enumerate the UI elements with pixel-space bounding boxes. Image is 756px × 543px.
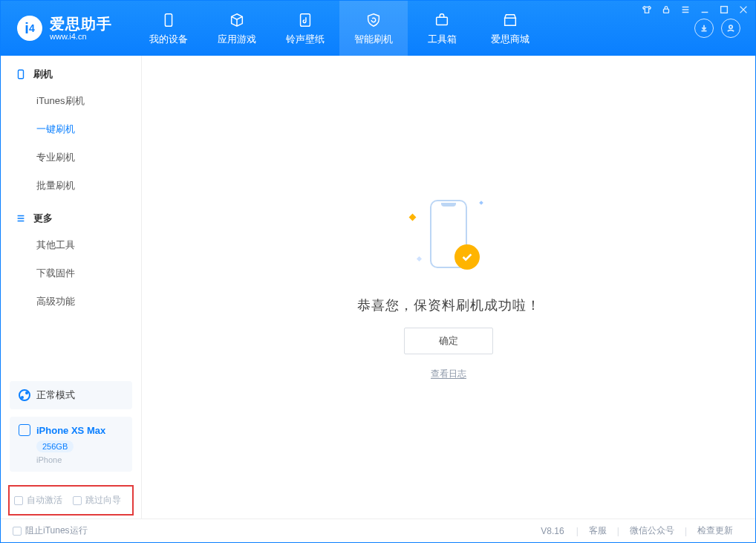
tab-smart-flash[interactable]: 智能刷机: [339, 1, 408, 56]
app-window: i4 爱思助手 www.i4.cn 我的设备 应用游戏 铃声壁纸 智能刷机: [0, 0, 756, 543]
cube-icon: [228, 11, 246, 29]
checkbox-icon: [13, 527, 22, 536]
mode-icon: [19, 389, 30, 401]
section-label: 更多: [33, 212, 53, 225]
sidebar-item-download-firmware[interactable]: 下载固件: [1, 259, 141, 287]
sidebar-item-advanced[interactable]: 高级功能: [1, 287, 141, 316]
device-capacity: 256GB: [36, 440, 74, 452]
sidebar-item-itunes-flash[interactable]: iTunes刷机: [1, 87, 141, 115]
minimize-icon[interactable]: [699, 4, 711, 16]
list-icon: [16, 213, 26, 224]
ok-button[interactable]: 确定: [404, 328, 493, 354]
svg-rect-6: [19, 70, 24, 78]
device-mode-label: 正常模式: [36, 388, 75, 402]
checkbox-label: 跳过向导: [85, 494, 121, 507]
logo-badge-icon: i4: [17, 16, 42, 41]
download-button[interactable]: [694, 19, 714, 38]
user-button[interactable]: [721, 19, 740, 38]
checkbox-block-itunes[interactable]: 阻止iTunes运行: [13, 524, 88, 537]
svg-rect-2: [165, 13, 172, 26]
device-panel: 正常模式 iPhone XS Max 256GB iPhone: [1, 381, 141, 479]
device-type: iPhone: [36, 455, 123, 464]
sidebar: 刷机 iTunes刷机 一键刷机 专业刷机 批量刷机 更多 其他工具 下载固件 …: [1, 56, 142, 518]
maximize-icon[interactable]: [718, 4, 730, 16]
device-mode-card[interactable]: 正常模式: [10, 381, 132, 409]
body: 刷机 iTunes刷机 一键刷机 专业刷机 批量刷机 更多 其他工具 下载固件 …: [1, 56, 755, 518]
sidebar-item-one-click-flash[interactable]: 一键刷机: [1, 115, 141, 143]
tab-toolbox[interactable]: 工具箱: [408, 1, 476, 56]
checkbox-icon: [14, 496, 23, 505]
tab-label: 工具箱: [428, 33, 457, 46]
checkbox-auto-activate[interactable]: 自动激活: [14, 494, 62, 507]
tshirt-icon[interactable]: [641, 4, 653, 16]
sparkle-icon: [409, 214, 417, 221]
footer-link-wechat[interactable]: 微信公众号: [619, 524, 685, 537]
view-log-link[interactable]: 查看日志: [431, 368, 466, 380]
check-badge-icon: [454, 244, 480, 270]
device-name: iPhone XS Max: [36, 425, 105, 436]
lock-icon[interactable]: [660, 4, 672, 16]
sidebar-item-pro-flash[interactable]: 专业刷机: [1, 143, 141, 172]
svg-point-5: [729, 25, 732, 28]
close-icon[interactable]: [737, 4, 749, 16]
sidebar-section-flash: 刷机: [1, 56, 141, 87]
checkbox-icon: [73, 496, 82, 505]
app-title: 爱思助手: [50, 16, 112, 32]
tab-label: 应用游戏: [218, 33, 256, 46]
tab-store[interactable]: 爱思商城: [476, 1, 544, 56]
phone-outline-icon: [16, 69, 26, 79]
success-message: 恭喜您，保资料刷机成功啦！: [357, 296, 541, 314]
toolbox-icon: [433, 11, 451, 29]
sidebar-section-more: 更多: [1, 200, 141, 231]
shield-refresh-icon: [365, 11, 382, 29]
version-label: V8.16: [541, 526, 564, 536]
menu-icon[interactable]: [680, 4, 691, 16]
sidebar-item-other-tools[interactable]: 其他工具: [1, 231, 141, 259]
device-icon: [160, 11, 177, 29]
store-icon: [501, 11, 519, 29]
tab-label: 铃声壁纸: [286, 33, 325, 46]
tab-label: 我的设备: [149, 33, 188, 46]
section-label: 刷机: [33, 68, 53, 81]
tab-ringtones-wallpapers[interactable]: 铃声壁纸: [271, 1, 339, 56]
success-illustration: [404, 194, 493, 283]
music-file-icon: [296, 11, 314, 29]
svg-rect-3: [301, 13, 310, 26]
logo: i4 爱思助手 www.i4.cn: [1, 1, 126, 56]
main-content: 恭喜您，保资料刷机成功啦！ 确定 查看日志: [142, 56, 755, 518]
footer: 阻止iTunes运行 V8.16 | 客服 | 微信公众号 | 检查更新: [1, 518, 755, 542]
header: i4 爱思助手 www.i4.cn 我的设备 应用游戏 铃声壁纸 智能刷机: [1, 1, 755, 56]
tab-label: 爱思商城: [491, 33, 529, 46]
app-url: www.i4.cn: [50, 32, 112, 41]
checkbox-skip-guide[interactable]: 跳过向导: [73, 494, 121, 507]
tab-apps-games[interactable]: 应用游戏: [203, 1, 271, 56]
device-icon: [19, 424, 30, 436]
svg-rect-1: [721, 7, 728, 13]
checkbox-label: 自动激活: [27, 494, 62, 507]
tab-label: 智能刷机: [354, 33, 393, 46]
window-controls: [641, 4, 749, 16]
options-highlight-box: 自动激活 跳过向导: [8, 485, 134, 516]
nav-tabs: 我的设备 应用游戏 铃声壁纸 智能刷机 工具箱 爱思商城: [134, 1, 544, 56]
footer-link-support[interactable]: 客服: [579, 524, 617, 537]
device-info-card[interactable]: iPhone XS Max 256GB iPhone: [10, 417, 132, 472]
svg-rect-4: [437, 17, 448, 25]
tab-my-device[interactable]: 我的设备: [134, 1, 203, 56]
sparkle-icon: [479, 201, 483, 205]
footer-link-check-update[interactable]: 检查更新: [687, 524, 743, 537]
sparkle-icon: [417, 256, 422, 261]
sidebar-item-batch-flash[interactable]: 批量刷机: [1, 172, 141, 200]
checkbox-label: 阻止iTunes运行: [25, 524, 88, 537]
svg-rect-0: [664, 9, 669, 13]
